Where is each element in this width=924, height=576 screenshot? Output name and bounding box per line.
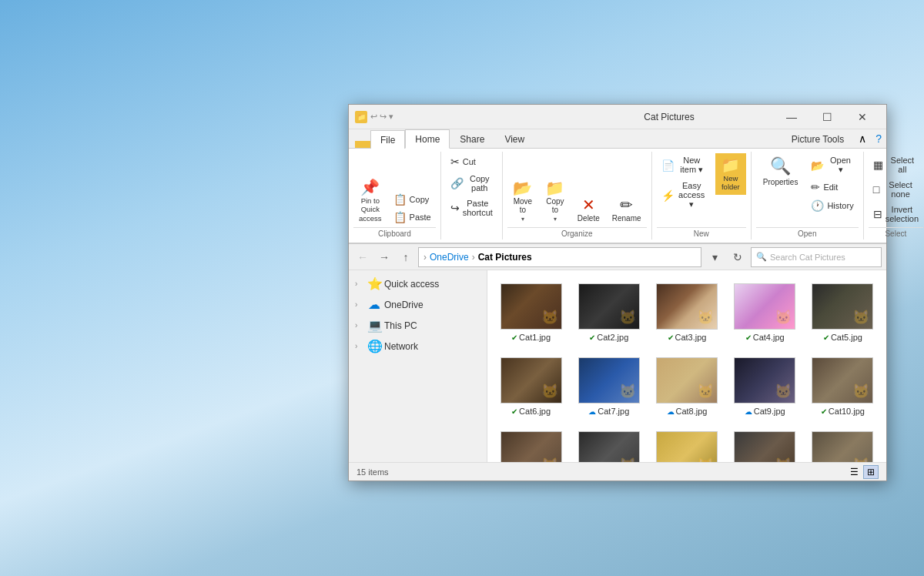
ribbon-tabs-bar: File Home Share View Picture Tools ∧ ? — [349, 129, 886, 149]
view-controls: ☰ ⊞ — [846, 465, 879, 479]
view-list-button[interactable]: ☰ — [846, 465, 862, 479]
new-item-button[interactable]: 📄 New item ▾ — [657, 153, 711, 177]
file-name: ✔Cat2.jpg — [589, 333, 628, 342]
new-item-icon: 📄 — [661, 159, 675, 172]
refresh-button[interactable]: ↻ — [728, 247, 748, 267]
rename-button[interactable]: ✏ Rename — [607, 194, 647, 226]
tab-view[interactable]: View — [494, 129, 534, 148]
select-group-label: Select — [869, 227, 923, 238]
tab-picture-tools[interactable]: Picture Tools — [782, 129, 854, 148]
file-item[interactable]: 🐱✔Cat4.jpg — [729, 278, 801, 346]
file-name: ✔Cat5.jpg — [823, 333, 862, 342]
file-item[interactable]: 🐱✔Cat14.jpg — [729, 426, 801, 462]
tab-file[interactable]: File — [370, 130, 405, 149]
edit-icon: ✏ — [811, 181, 820, 193]
sidebar-item-quick-access[interactable]: › ⭐ Quick access — [349, 273, 487, 294]
sidebar-item-this-pc[interactable]: › 💻 This PC — [349, 315, 487, 336]
folder-icon: 📁 — [355, 111, 367, 123]
sidebar: › ⭐ Quick access › ☁ OneDrive › 💻 This P… — [349, 270, 487, 462]
tab-home[interactable]: Home — [405, 129, 450, 149]
maximize-button[interactable]: ☐ — [809, 105, 845, 129]
sidebar-item-onedrive[interactable]: › ☁ OneDrive — [349, 294, 487, 315]
help-button[interactable]: ? — [871, 129, 886, 148]
address-path[interactable]: › OneDrive › Cat Pictures — [418, 247, 701, 267]
easy-access-icon: ⚡ — [661, 189, 675, 202]
copy-path-button[interactable]: 🔗 Copy path — [446, 172, 497, 195]
ribbon-collapse-button[interactable]: ∧ — [854, 129, 871, 148]
invert-selection-button[interactable]: ⊟ Invert selection — [869, 203, 923, 226]
rename-icon: ✏ — [620, 197, 633, 213]
this-pc-arrow: › — [355, 321, 364, 330]
ribbon-edit-group: ✂ Cut 🔗 Copy path ↪ Paste shortcut - — [441, 152, 503, 239]
close-button[interactable]: ✕ — [845, 105, 880, 129]
file-item[interactable]: 🐱✔Cat3.jpg — [651, 278, 722, 346]
path-onedrive[interactable]: OneDrive — [430, 252, 469, 263]
pin-to-quick-access-button[interactable]: 📌 Pin to Quick access — [353, 176, 387, 226]
back-button[interactable]: ← — [353, 248, 372, 266]
file-name: ✔Cat6.jpg — [511, 407, 551, 416]
view-grid-button[interactable]: ⊞ — [863, 465, 879, 479]
delete-button[interactable]: ✕ Delete — [572, 194, 605, 226]
ribbon-new-group: 📄 New item ▾ ⚡ Easy access ▾ 📁 Newfolder… — [652, 152, 752, 239]
sidebar-item-network[interactable]: › 🌐 Network — [349, 336, 487, 357]
paste-shortcut-button[interactable]: ↪ Paste shortcut — [446, 196, 497, 219]
file-item[interactable]: 🐱☁Cat12.jpg — [573, 426, 644, 462]
file-item[interactable]: 🐱☁Cat7.jpg — [573, 352, 644, 420]
search-icon: 🔍 — [756, 252, 767, 262]
new-folder-button[interactable]: 📁 Newfolder — [715, 153, 746, 195]
file-thumbnail: 🐱 — [812, 431, 873, 462]
quick-access-icon: ⭐ — [367, 276, 381, 291]
select-none-icon: □ — [873, 183, 879, 196]
file-name: ✔Cat1.jpg — [511, 333, 551, 342]
file-item[interactable]: 🐱✔Cat15.jpg — [807, 426, 879, 462]
easy-access-button[interactable]: ⚡ Easy access ▾ — [657, 179, 711, 212]
properties-button[interactable]: 🔍 Properties — [756, 153, 805, 189]
select-all-button[interactable]: ▦ Select all — [869, 153, 923, 176]
copy-path-icon: 🔗 — [450, 177, 464, 189]
file-thumbnail: 🐱 — [734, 357, 795, 404]
move-to-button[interactable]: 📂 Moveto ▾ — [507, 177, 538, 226]
file-item[interactable]: 🐱✔Cat1.jpg — [495, 278, 567, 346]
clipboard-items: 📌 Pin to Quick access 📋 Copy 📋 Paste — [353, 153, 436, 226]
file-item[interactable]: 🐱☁Cat13.jpg — [651, 426, 722, 462]
file-grid-container: 🐱✔Cat1.jpg🐱✔Cat2.jpg🐱✔Cat3.jpg🐱✔Cat4.jpg… — [487, 270, 886, 462]
sync-status-icon: ☁ — [667, 407, 675, 416]
search-box[interactable]: 🔍 Search Cat Pictures — [751, 247, 882, 267]
sync-status-icon: ✔ — [668, 333, 674, 342]
ribbon-clipboard-group: 📌 Pin to Quick access 📋 Copy 📋 Paste Cli… — [349, 152, 441, 239]
cut-button[interactable]: ✂ Cut — [446, 153, 497, 170]
file-item[interactable]: 🐱✔Cat5.jpg — [807, 278, 879, 346]
file-item[interactable]: 🐱✔Cat10.jpg — [807, 352, 879, 420]
status-bar: 15 items ☰ ⊞ — [349, 462, 886, 481]
file-item[interactable]: 🐱☁Cat9.jpg — [729, 352, 801, 420]
minimize-button[interactable]: — — [774, 105, 809, 129]
manage-tab[interactable] — [355, 141, 370, 148]
open-button[interactable]: 📂 Open ▾ — [806, 153, 858, 177]
invert-icon: ⊟ — [873, 208, 882, 220]
history-button[interactable]: 🕐 History — [806, 197, 858, 214]
copy-button[interactable]: 📋 Copy — [389, 191, 436, 208]
organize-group-label: Organize — [507, 227, 647, 238]
file-item[interactable]: 🐱✔Cat6.jpg — [495, 352, 567, 420]
quick-access-label: Quick access — [384, 279, 439, 290]
copy-to-button[interactable]: 📁 Copyto ▾ — [540, 177, 571, 226]
select-none-button[interactable]: □ Select none — [869, 178, 923, 201]
file-name: ☁Cat7.jpg — [588, 407, 629, 416]
open-group-label: Open — [756, 227, 859, 238]
path-cat-pictures[interactable]: Cat Pictures — [478, 252, 532, 263]
tab-share[interactable]: Share — [450, 129, 494, 148]
file-item[interactable]: 🐱☁Cat8.jpg — [651, 352, 722, 420]
up-button[interactable]: ↑ — [397, 248, 415, 266]
search-placeholder: Search Cat Pictures — [770, 253, 845, 262]
paste-button[interactable]: 📋 Paste — [389, 209, 436, 226]
file-name: ✔Cat3.jpg — [668, 333, 707, 342]
address-dropdown-button[interactable]: ▾ — [705, 247, 725, 267]
forward-button[interactable]: → — [375, 248, 393, 266]
file-item[interactable]: 🐱✔Cat2.jpg — [573, 278, 644, 346]
file-thumbnail: 🐱 — [812, 357, 873, 404]
file-item[interactable]: 🐱☁Cat11.jpg — [495, 426, 567, 462]
file-thumbnail: 🐱 — [578, 357, 640, 404]
file-thumbnail: 🐱 — [500, 283, 562, 330]
edit-button[interactable]: ✏ Edit — [806, 179, 858, 196]
window-controls: — ☐ ✕ — [774, 105, 880, 129]
